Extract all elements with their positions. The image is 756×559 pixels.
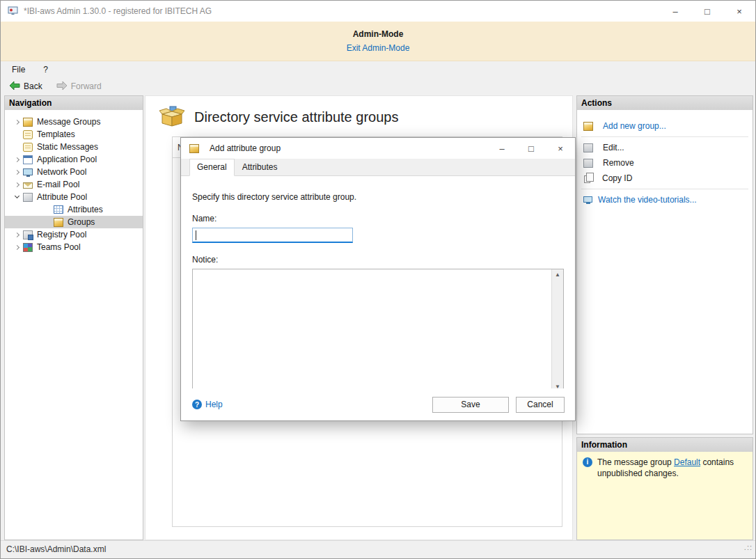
name-label: Name: [192, 214, 564, 223]
exit-admin-mode-link[interactable]: Exit Admin-Mode [347, 43, 410, 53]
copy-id-icon [584, 175, 590, 183]
navigation-tree: Message Groups Templates Static Messages… [5, 110, 143, 253]
dialog-title: Add attribute group [210, 143, 281, 153]
forward-button[interactable]: Forward [56, 81, 102, 93]
app-window: *IBI-aws Admin 1.30.0 - registered for I… [0, 0, 756, 559]
maximize-button[interactable]: □ [691, 1, 723, 22]
back-icon [9, 81, 20, 93]
application-pool-icon [23, 155, 33, 164]
tab-general[interactable]: General [189, 159, 235, 176]
navigation-header: Navigation [5, 96, 143, 110]
video-tutorials-icon [583, 196, 592, 203]
sidebar-item-static-messages[interactable]: Static Messages [5, 141, 143, 153]
add-attribute-group-dialog: Add attribute group – □ × General Attrib… [180, 137, 576, 421]
info-icon: i [583, 457, 592, 467]
sidebar-item-groups[interactable]: Groups [5, 216, 143, 228]
chevron-right-icon[interactable] [14, 244, 19, 249]
teams-pool-icon [23, 243, 33, 252]
actions-body: Add new group... Edit... Remove Copy ID … [577, 118, 753, 442]
sidebar-item-application-pool[interactable]: Application Pool [5, 153, 143, 166]
actions-separator [581, 136, 748, 137]
minimize-button[interactable]: – [659, 1, 691, 22]
chevron-right-icon[interactable] [14, 232, 19, 237]
close-button[interactable]: × [723, 1, 755, 22]
dialog-title-bar: Add attribute group – □ × [181, 138, 575, 159]
templates-icon [23, 130, 33, 139]
help-link[interactable]: ? Help [192, 400, 223, 409]
back-button[interactable]: Back [9, 81, 42, 93]
groups-icon [54, 218, 63, 227]
sidebar-item-attributes[interactable]: Attributes [5, 203, 143, 216]
notice-label: Notice: [192, 255, 564, 265]
navigation-panel: Navigation Message Groups Templates Stat… [4, 95, 143, 540]
static-messages-icon [23, 143, 33, 152]
edit-icon [583, 143, 593, 152]
window-title: *IBI-aws Admin 1.30.0 - registered for I… [24, 6, 212, 16]
actions-separator [581, 189, 748, 189]
name-input[interactable] [192, 228, 353, 243]
information-message: The message group Default contains unpub… [597, 457, 747, 540]
menu-file[interactable]: File [12, 65, 25, 74]
sidebar-item-teams-pool[interactable]: Teams Pool [5, 241, 143, 253]
sidebar-item-email-pool[interactable]: E-mail Pool [5, 178, 143, 191]
help-icon: ? [192, 400, 202, 409]
chevron-right-icon[interactable] [14, 157, 19, 162]
video-tutorials-action[interactable]: Watch the video-tutorials... [577, 192, 753, 207]
admin-mode-banner: Admin-Mode Exit Admin-Mode [1, 22, 755, 61]
chevron-right-icon[interactable] [14, 169, 19, 174]
status-bar: C:\IBI-aws\Admin\Data.xml .:: [1, 540, 755, 558]
scroll-up-icon[interactable]: ▲ [555, 271, 560, 278]
dialog-maximize-button[interactable]: □ [517, 138, 546, 159]
title-bar: *IBI-aws Admin 1.30.0 - registered for I… [1, 1, 755, 22]
tab-attributes[interactable]: Attributes [235, 159, 285, 176]
information-header: Information [577, 438, 753, 452]
menu-bar: File ? [1, 62, 755, 77]
chevron-down-icon[interactable] [14, 194, 19, 198]
edit-action[interactable]: Edit... [577, 140, 753, 155]
window-controls: – □ × [659, 1, 755, 22]
actions-panel: Actions Add new group... Edit... Remove … [576, 95, 753, 434]
forward-label: Forward [71, 81, 102, 91]
sidebar-item-attribute-pool[interactable]: Attribute Pool [5, 191, 143, 203]
dialog-tab-strip: General Attributes [181, 159, 575, 176]
dialog-box-icon [189, 144, 199, 153]
default-group-link[interactable]: Default [674, 457, 700, 467]
resize-grip-icon[interactable]: .:: [744, 539, 753, 556]
notice-scrollbar[interactable]: ▲ ▼ [551, 269, 563, 392]
cancel-button[interactable]: Cancel [516, 397, 565, 413]
information-panel: Information i The message group Default … [576, 437, 753, 540]
dialog-body: Specify this directory service attribute… [181, 177, 575, 388]
forward-icon [56, 81, 68, 93]
message-groups-icon [23, 118, 33, 127]
attribute-pool-icon [23, 193, 33, 202]
dialog-minimize-button[interactable]: – [487, 138, 517, 159]
email-pool-icon [23, 182, 33, 189]
information-body: i The message group Default contains unp… [577, 452, 753, 540]
sidebar-item-registry-pool[interactable]: Registry Pool [5, 228, 143, 241]
attribute-groups-box-icon [159, 106, 184, 129]
sidebar-item-templates[interactable]: Templates [5, 128, 143, 141]
status-path: C:\IBI-aws\Admin\Data.xml [6, 544, 106, 554]
chevron-right-icon[interactable] [14, 182, 19, 187]
help-label: Help [205, 400, 223, 409]
add-new-group-action[interactable]: Add new group... [577, 118, 753, 134]
text-caret [196, 230, 196, 240]
toolbar: Back Forward [1, 77, 755, 95]
admin-mode-title: Admin-Mode [1, 22, 755, 39]
menu-help[interactable]: ? [43, 65, 48, 74]
attributes-icon [54, 205, 63, 214]
dialog-window-controls: – □ × [487, 138, 575, 159]
chevron-right-icon[interactable] [14, 119, 19, 124]
save-button[interactable]: Save [432, 397, 509, 413]
app-icon [8, 6, 18, 17]
network-pool-icon [23, 168, 33, 175]
notice-textarea[interactable]: ▲ ▼ [192, 269, 564, 393]
dialog-description: Specify this directory service attribute… [192, 192, 564, 202]
remove-action[interactable]: Remove [577, 155, 753, 171]
info-text-before: The message group [597, 457, 674, 467]
copy-id-action[interactable]: Copy ID [577, 171, 753, 186]
content-header: Directory service attribute groups [145, 96, 572, 129]
dialog-close-button[interactable]: × [546, 138, 575, 159]
sidebar-item-network-pool[interactable]: Network Pool [5, 166, 143, 178]
sidebar-item-message-groups[interactable]: Message Groups [5, 116, 143, 128]
